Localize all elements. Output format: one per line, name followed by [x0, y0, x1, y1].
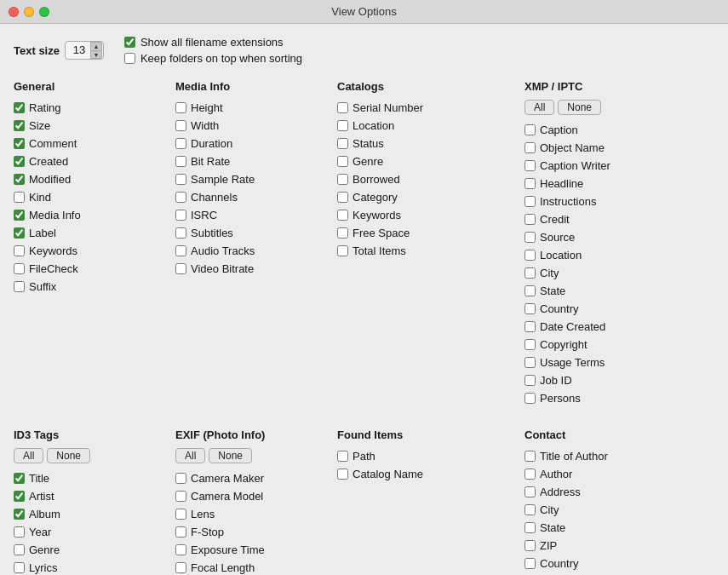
minimize-button[interactable]	[24, 7, 34, 17]
checkbox-subtitles[interactable]	[175, 227, 186, 239]
label-comment[interactable]: Comment	[29, 137, 77, 150]
stepper-up[interactable]: ▲	[90, 42, 102, 50]
checkbox-catalog-name[interactable]	[337, 469, 348, 480]
label-camera-model[interactable]: Camera Model	[191, 490, 263, 503]
checkbox-audio-tracks[interactable]	[175, 245, 186, 256]
show-extensions-checkbox[interactable]	[124, 37, 135, 48]
checkbox-location[interactable]	[337, 120, 348, 131]
show-extensions-label[interactable]: Show all filename extensions	[140, 36, 284, 49]
checkbox-headline[interactable]	[525, 178, 536, 189]
maximize-button[interactable]	[39, 7, 49, 17]
checkbox-instructions[interactable]	[525, 196, 536, 207]
label-album[interactable]: Album	[29, 508, 60, 520]
label-state[interactable]: State	[540, 285, 565, 297]
label-title-of-author[interactable]: Title of Author	[540, 450, 608, 463]
label-city[interactable]: City	[540, 267, 559, 279]
label-genre[interactable]: Genre	[353, 155, 383, 168]
checkbox-copyright[interactable]	[525, 339, 536, 350]
checkbox-free-space[interactable]	[337, 227, 348, 239]
xmp-none-button[interactable]: None	[558, 100, 601, 115]
checkbox-year[interactable]	[14, 526, 25, 538]
id3-none-button[interactable]: None	[47, 448, 90, 463]
label-keywords[interactable]: Keywords	[353, 209, 401, 221]
checkbox-usage-terms[interactable]	[525, 357, 536, 368]
label-total-items[interactable]: Total Items	[353, 244, 406, 257]
label-lens[interactable]: Lens	[191, 508, 215, 520]
label-author[interactable]: Author	[540, 468, 572, 480]
checkbox-artist[interactable]	[14, 491, 25, 502]
label-state[interactable]: State	[540, 521, 565, 534]
label-camera-maker[interactable]: Camera Maker	[191, 472, 264, 485]
checkbox-camera-model[interactable]	[175, 491, 186, 502]
label-isrc[interactable]: ISRC	[191, 209, 217, 221]
checkbox-city[interactable]	[525, 267, 536, 279]
keep-folders-checkbox[interactable]	[124, 53, 135, 64]
checkbox-bit-rate[interactable]	[175, 156, 186, 167]
label-media-info[interactable]: Media Info	[29, 209, 81, 221]
label-duration[interactable]: Duration	[191, 137, 232, 150]
label-job-id[interactable]: Job ID	[540, 374, 572, 387]
checkbox-country[interactable]	[525, 558, 536, 569]
checkbox-channels[interactable]	[175, 192, 186, 203]
checkbox-filecheck[interactable]	[14, 263, 25, 274]
checkbox-rating[interactable]	[14, 102, 25, 113]
checkbox-genre[interactable]	[337, 156, 348, 167]
checkbox-title-of-author[interactable]	[525, 451, 536, 462]
label-channels[interactable]: Channels	[191, 191, 238, 204]
checkbox-media-info[interactable]	[14, 210, 25, 221]
checkbox-comment[interactable]	[14, 138, 25, 149]
checkbox-modified[interactable]	[14, 174, 25, 185]
checkbox-object-name[interactable]	[525, 142, 536, 153]
label-address[interactable]: Address	[540, 486, 581, 498]
checkbox-location[interactable]	[525, 250, 536, 261]
checkbox-address[interactable]	[525, 486, 536, 497]
checkbox-title[interactable]	[14, 473, 25, 484]
label-serial-number[interactable]: Serial Number	[353, 101, 423, 114]
label-bit-rate[interactable]: Bit Rate	[191, 155, 230, 168]
label-path[interactable]: Path	[353, 450, 375, 463]
checkbox-lyrics[interactable]	[14, 562, 25, 573]
text-size-stepper[interactable]: ▲ ▼	[90, 42, 102, 59]
id3-all-button[interactable]: All	[14, 448, 43, 463]
checkbox-duration[interactable]	[175, 138, 186, 149]
label-title[interactable]: Title	[29, 472, 49, 485]
label-status[interactable]: Status	[353, 137, 384, 150]
label-artist[interactable]: Artist	[29, 490, 54, 503]
label-catalog-name[interactable]: Catalog Name	[353, 468, 423, 480]
label-city[interactable]: City	[540, 503, 559, 516]
label-lyrics[interactable]: Lyrics	[29, 561, 57, 574]
label-height[interactable]: Height	[191, 101, 223, 114]
checkbox-credit[interactable]	[525, 214, 536, 225]
label-exposure-time[interactable]: Exposure Time	[191, 543, 265, 556]
label-suffix[interactable]: Suffix	[29, 280, 56, 293]
label-object-name[interactable]: Object Name	[540, 141, 605, 154]
checkbox-city[interactable]	[525, 504, 536, 515]
label-f-stop[interactable]: F-Stop	[191, 526, 224, 538]
checkbox-author[interactable]	[525, 469, 536, 480]
text-size-input[interactable]: 13 ▲ ▼	[65, 41, 104, 60]
exif-all-button[interactable]: All	[175, 448, 205, 463]
label-location[interactable]: Location	[353, 119, 394, 132]
checkbox-state[interactable]	[525, 285, 536, 296]
checkbox-album[interactable]	[14, 509, 25, 520]
label-width[interactable]: Width	[191, 119, 219, 132]
label-subtitles[interactable]: Subtitles	[191, 227, 233, 239]
label-year[interactable]: Year	[29, 526, 51, 538]
label-sample-rate[interactable]: Sample Rate	[191, 173, 255, 186]
checkbox-keywords[interactable]	[337, 210, 348, 221]
label-headline[interactable]: Headline	[540, 177, 583, 190]
label-video-bitrate[interactable]: Video Bitrate	[191, 262, 254, 275]
checkbox-f-stop[interactable]	[175, 526, 186, 538]
checkbox-label[interactable]	[14, 227, 25, 239]
keep-folders-label[interactable]: Keep folders on top when sorting	[140, 52, 302, 65]
label-created[interactable]: Created	[29, 155, 68, 168]
label-keywords[interactable]: Keywords	[29, 244, 77, 257]
checkbox-persons[interactable]	[525, 393, 536, 404]
label-audio-tracks[interactable]: Audio Tracks	[191, 244, 255, 257]
label-filecheck[interactable]: FileCheck	[29, 262, 78, 275]
label-free-space[interactable]: Free Space	[353, 227, 410, 239]
checkbox-zip[interactable]	[525, 540, 536, 551]
checkbox-sample-rate[interactable]	[175, 174, 186, 185]
checkbox-video-bitrate[interactable]	[175, 263, 186, 274]
checkbox-status[interactable]	[337, 138, 348, 149]
